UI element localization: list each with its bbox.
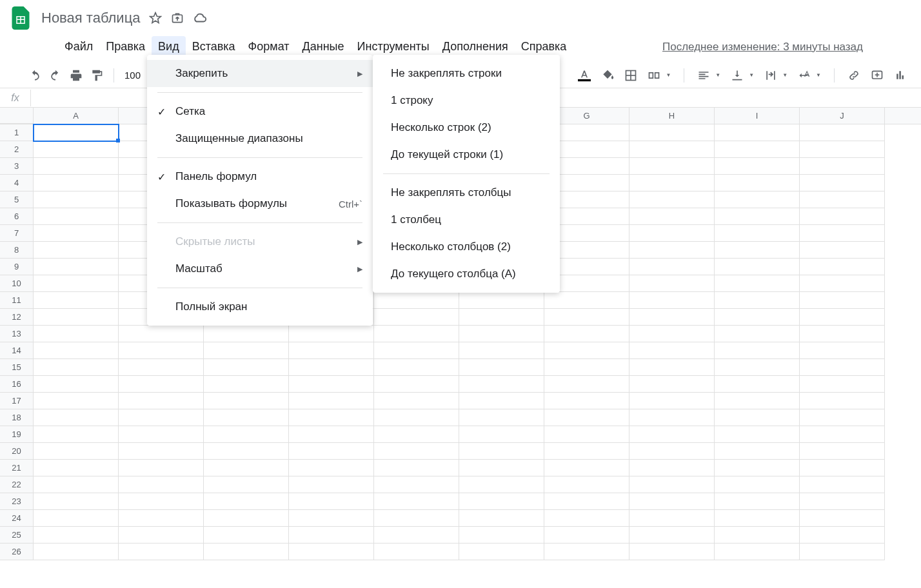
cell[interactable] xyxy=(289,493,374,510)
cell[interactable] xyxy=(204,393,289,409)
cell[interactable] xyxy=(715,443,800,460)
cell[interactable] xyxy=(459,393,544,409)
cell[interactable] xyxy=(544,544,629,560)
cell[interactable] xyxy=(715,124,800,141)
cell[interactable] xyxy=(800,175,885,191)
cell[interactable] xyxy=(629,275,715,292)
column-header[interactable]: I xyxy=(715,108,800,124)
cell[interactable] xyxy=(289,510,374,527)
cell[interactable] xyxy=(34,460,119,476)
freeze-1-col[interactable]: 1 столбец xyxy=(373,206,560,233)
cell[interactable] xyxy=(629,326,715,342)
cell[interactable] xyxy=(204,409,289,426)
cell[interactable] xyxy=(715,275,800,292)
cell[interactable] xyxy=(800,527,885,544)
cell[interactable] xyxy=(34,259,119,275)
cell[interactable] xyxy=(374,359,459,376)
row-header[interactable]: 23 xyxy=(0,493,34,510)
cell[interactable] xyxy=(800,426,885,443)
cell[interactable] xyxy=(204,359,289,376)
cell[interactable] xyxy=(715,242,800,259)
cell[interactable] xyxy=(34,191,119,208)
cell[interactable] xyxy=(629,124,715,141)
cell[interactable] xyxy=(715,510,800,527)
undo-icon[interactable] xyxy=(28,69,41,82)
last-edit-link[interactable]: Последнее изменение: 3 минуты назад xyxy=(662,41,863,54)
cell[interactable] xyxy=(629,409,715,426)
cell[interactable] xyxy=(119,510,204,527)
cell[interactable] xyxy=(629,493,715,510)
cell[interactable] xyxy=(800,460,885,476)
cell[interactable] xyxy=(204,544,289,560)
chevron-down-icon[interactable]: ▼ xyxy=(816,72,821,78)
cell[interactable] xyxy=(459,409,544,426)
cell[interactable] xyxy=(629,527,715,544)
text-color-icon[interactable] xyxy=(578,69,591,82)
merge-icon[interactable] xyxy=(648,69,660,82)
cell[interactable] xyxy=(119,476,204,493)
cell[interactable] xyxy=(34,342,119,359)
cell[interactable] xyxy=(119,426,204,443)
cell[interactable] xyxy=(544,309,629,326)
cell[interactable] xyxy=(800,376,885,393)
menu-file[interactable]: Файл xyxy=(58,36,99,57)
horizontal-align-icon[interactable] xyxy=(697,69,710,82)
cell[interactable] xyxy=(34,510,119,527)
cell[interactable] xyxy=(374,476,459,493)
cell[interactable] xyxy=(715,527,800,544)
text-rotation-icon[interactable] xyxy=(798,69,811,82)
row-header[interactable]: 24 xyxy=(0,510,34,527)
cell[interactable] xyxy=(800,493,885,510)
row-header[interactable]: 11 xyxy=(0,292,34,309)
cell[interactable] xyxy=(629,259,715,275)
row-header[interactable]: 12 xyxy=(0,309,34,326)
vertical-align-icon[interactable] xyxy=(731,69,744,82)
freeze-no-cols[interactable]: Не закреплять столбцы xyxy=(373,179,560,206)
menu-show-formulas[interactable]: Показывать формулы Ctrl+` xyxy=(147,190,373,217)
cell[interactable] xyxy=(119,493,204,510)
select-all-corner[interactable] xyxy=(0,108,34,124)
cell[interactable] xyxy=(800,225,885,242)
text-wrap-icon[interactable] xyxy=(764,69,777,82)
cell[interactable] xyxy=(800,141,885,158)
cell[interactable] xyxy=(715,426,800,443)
cell[interactable] xyxy=(459,527,544,544)
zoom-value[interactable]: 100 xyxy=(124,70,141,81)
cell[interactable] xyxy=(715,376,800,393)
cell[interactable] xyxy=(629,342,715,359)
row-header[interactable]: 18 xyxy=(0,409,34,426)
row-header[interactable]: 6 xyxy=(0,208,34,225)
insert-comment-icon[interactable] xyxy=(871,69,884,82)
cell[interactable] xyxy=(119,409,204,426)
cell[interactable] xyxy=(374,342,459,359)
cell[interactable] xyxy=(800,443,885,460)
freeze-to-current-row[interactable]: До текущей строки (1) xyxy=(373,141,560,168)
cell[interactable] xyxy=(629,393,715,409)
cell[interactable] xyxy=(34,292,119,309)
cell[interactable] xyxy=(289,376,374,393)
cell[interactable] xyxy=(289,342,374,359)
cell[interactable] xyxy=(34,409,119,426)
cell[interactable] xyxy=(715,326,800,342)
cell[interactable] xyxy=(204,510,289,527)
cell[interactable] xyxy=(34,158,119,175)
cell[interactable] xyxy=(629,158,715,175)
row-header[interactable]: 7 xyxy=(0,225,34,242)
cell[interactable] xyxy=(715,292,800,309)
chevron-down-icon[interactable]: ▼ xyxy=(715,72,720,78)
cell[interactable] xyxy=(629,544,715,560)
row-header[interactable]: 4 xyxy=(0,175,34,191)
menu-edit[interactable]: Правка xyxy=(99,36,152,57)
cell[interactable] xyxy=(289,409,374,426)
row-header[interactable]: 26 xyxy=(0,544,34,560)
cell[interactable] xyxy=(34,527,119,544)
cell[interactable] xyxy=(544,342,629,359)
cell[interactable] xyxy=(459,326,544,342)
cell[interactable] xyxy=(715,342,800,359)
cell[interactable] xyxy=(544,426,629,443)
cell[interactable] xyxy=(204,476,289,493)
cell[interactable] xyxy=(374,409,459,426)
cell[interactable] xyxy=(119,376,204,393)
row-header[interactable]: 2 xyxy=(0,141,34,158)
cell[interactable] xyxy=(544,409,629,426)
